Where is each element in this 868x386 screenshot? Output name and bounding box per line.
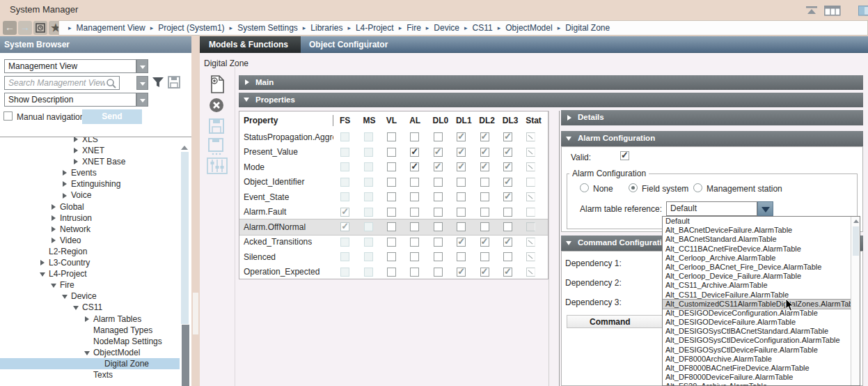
dropdown-option[interactable]: Alt_DESIGODeviceConfiguration.AlarmTable [663,309,860,318]
tree-collapsed-icon[interactable] [61,178,71,190]
checkbox-empty[interactable] [387,238,396,247]
forward-button[interactable]: → [18,21,32,35]
checkbox-checked[interactable] [434,162,443,171]
checkbox-empty[interactable] [340,192,349,201]
checkbox-empty[interactable] [364,178,373,187]
tree-item-alarm-tables[interactable]: Alarm Tables [0,314,180,325]
checkbox-empty[interactable] [503,222,512,231]
tree-item-digital-zone[interactable]: Digital Zone [0,358,180,369]
checkbox-checked[interactable] [457,238,466,247]
checkbox-empty[interactable] [480,208,489,217]
dropdown-option[interactable]: Alt_DF8000DeviceFailure.AlarmTable [663,373,860,382]
dropdown-option[interactable]: Alt_DF8000BACnetFireDevice.AlarmTable [663,364,860,373]
tree-item-extinguishing[interactable]: Extinguishing [0,178,180,190]
checkbox-empty[interactable] [364,238,373,247]
layout-columns-icon[interactable] [824,6,841,17]
tree-item-l3-country[interactable]: L3-Country [0,257,180,268]
tree-expanded-icon[interactable] [61,291,71,302]
table-row[interactable]: Alarm.OffNormal [239,219,548,235]
tree-expanded-icon[interactable] [84,347,93,358]
tree-item-cs11[interactable]: CS11 [0,302,180,313]
checkbox-empty[interactable] [410,178,419,187]
checkbox-empty[interactable] [340,252,349,261]
tree-item-managed-types[interactable]: Managed Types [0,325,180,336]
checkbox-empty[interactable] [410,238,419,247]
checkbox-empty[interactable] [480,222,489,231]
tree-item-xnet-base[interactable]: XNET Base [0,156,180,167]
dropdown-option[interactable]: Alt_CC11BACnetFireDevice.AlarmTable [663,245,860,254]
dropdown-option[interactable]: Alt_FS20_Archive.AlarmTable [663,382,860,386]
table-row[interactable]: Acked_Transitions [239,235,548,250]
checkbox-empty[interactable] [503,208,512,217]
breadcrumb-item[interactable]: ObjectModel [505,23,552,33]
back-button[interactable]: ← [3,21,17,35]
dropdown-scrollbar[interactable] [851,217,860,386]
table-row[interactable]: StatusPropagation.Aggregat [239,130,548,145]
breadcrumb-item[interactable]: Digital Zone [565,23,610,33]
checkbox-empty[interactable] [387,178,396,187]
checkbox-empty[interactable] [480,252,489,261]
tab-models-functions[interactable]: Models & Functions [200,36,301,53]
tree-item-objectmodel[interactable]: ObjectModel [0,347,180,358]
checkbox-checked[interactable] [503,132,512,141]
send-button[interactable]: Send [82,109,142,124]
table-row[interactable]: Mode [239,160,548,175]
delete-icon[interactable] [206,98,228,116]
dropdown-option[interactable]: Alt_Cerloop_Archive.AlarmTable [663,254,860,263]
description-selector-dropdown-icon[interactable] [136,93,148,107]
tree-item-global[interactable]: Global [0,201,180,213]
checkbox-empty[interactable] [364,222,373,231]
tree-item-l2-region[interactable]: L2-Region [0,246,180,257]
checkbox-checked[interactable] [457,148,466,157]
checkbox-checked[interactable] [410,162,419,171]
checkbox-empty[interactable] [364,132,373,141]
radio-none[interactable] [580,183,589,192]
tree-collapsed-icon[interactable] [39,257,49,268]
checkbox-empty[interactable] [387,252,396,261]
manual-navigation-checkbox[interactable] [3,111,13,121]
tree-item-xnet[interactable]: XNET [0,145,180,156]
checkbox-empty[interactable] [457,208,466,217]
checkbox-empty[interactable] [340,132,349,141]
checkbox-checked[interactable] [503,178,512,187]
checkbox-empty[interactable] [410,132,419,141]
checkbox-empty[interactable] [410,252,419,261]
dropdown-option[interactable]: Alt_CustomizedCS11AlarmTableDigitalZones… [663,300,860,309]
checkbox-empty[interactable] [457,178,466,187]
checkbox-checked[interactable] [457,132,466,141]
dropdown-option[interactable]: Default [663,217,860,226]
view-selector[interactable]: Management View [4,59,136,73]
checkbox-empty[interactable] [434,208,443,217]
checkbox-empty[interactable] [340,268,349,277]
dropdown-option[interactable]: Alt_DESIGODeviceFailure.AlarmTable [663,318,860,327]
checkbox-checked[interactable] [457,268,466,277]
breadcrumb-item[interactable]: Libraries [310,23,342,33]
dropdown-option[interactable]: Alt_CS11_Archive.AlarmTable [663,281,860,290]
checkbox-checked[interactable] [503,268,512,277]
tree-item-events[interactable]: Events [0,167,180,178]
alarm-table-reference-combo[interactable]: Default [666,201,757,216]
breadcrumb-item[interactable]: Project (System1) [158,23,224,33]
tree-collapsed-icon[interactable] [50,224,60,235]
checkbox-empty[interactable] [387,148,396,157]
dropdown-option[interactable]: Alt_Cerloop_Device_Failure.AlarmTable [663,272,860,281]
checkbox-empty[interactable] [410,192,419,201]
breadcrumb-item[interactable]: Device [434,23,459,33]
description-selector[interactable]: Show Description [4,93,136,107]
checkbox-checked[interactable] [503,148,512,157]
checkbox-empty[interactable] [364,192,373,201]
breadcrumb-item[interactable]: Management View [77,23,145,33]
table-row[interactable]: Present_Value [239,145,548,160]
checkbox-checked[interactable] [503,238,512,247]
checkbox-checked[interactable] [340,208,349,217]
tree-item-video[interactable]: Video [0,235,180,246]
view-selector-dropdown-icon[interactable] [136,59,148,73]
sliders-icon[interactable] [206,157,228,176]
tree-collapsed-icon[interactable] [50,201,60,213]
scroll-up-icon[interactable] [853,219,859,223]
table-row[interactable]: Object_Identifier [239,175,548,190]
valid-checkbox[interactable]: ✓ [620,151,629,160]
tree-collapsed-icon[interactable] [72,145,82,156]
collapse-top-icon[interactable] [805,6,818,17]
scrollbar-thumb[interactable] [853,226,859,256]
